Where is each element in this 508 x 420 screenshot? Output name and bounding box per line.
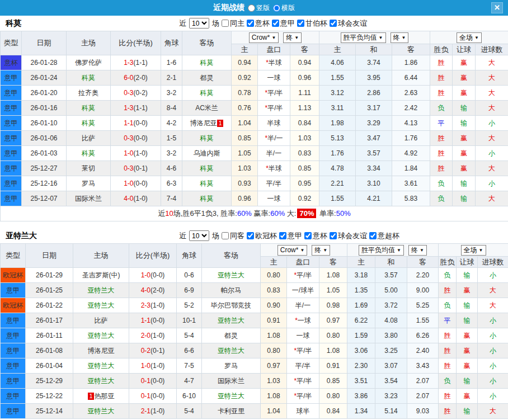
cell-result: 负 xyxy=(430,101,453,116)
cell-avg-home: 3.18 xyxy=(347,268,375,283)
dropdown-button[interactable]: 全场▼ xyxy=(457,32,482,43)
team-cell-name: 科莫 xyxy=(200,59,214,67)
cell-score: 0-1(0-0) xyxy=(129,389,177,404)
cell-corners: 8-4 xyxy=(161,101,182,116)
cell-handicap: 平/半 xyxy=(258,176,290,191)
league-filter-option[interactable]: 意甲 xyxy=(271,18,295,29)
cell-result: 胜 xyxy=(439,283,457,298)
dropdown-button[interactable]: 胜平负均值▼ xyxy=(341,32,386,43)
handicap-text: 平/半 xyxy=(297,347,312,355)
filter-games-label: 场 xyxy=(212,231,219,241)
cell-avg-home: 1.55 xyxy=(319,70,356,86)
cell-away-team: 卡利亚里 xyxy=(202,404,261,419)
cell-handicap: *半/一 xyxy=(258,131,290,146)
cell-odds-away: 0.80 xyxy=(319,328,347,343)
full-time-score: 1-0 xyxy=(141,362,150,370)
half-time-score: (1-0) xyxy=(150,362,164,370)
dropdown-label: 全场 xyxy=(464,246,477,254)
horizontal-layout-radio[interactable] xyxy=(273,4,280,12)
layout-option-horizontal[interactable]: 横版 xyxy=(273,3,295,13)
league-filter-option[interactable]: 欧冠杯 xyxy=(246,231,277,241)
cell-handicap-result: 输 xyxy=(457,298,478,313)
half-time-score: (0-0) xyxy=(150,317,164,324)
league-filter-checkbox[interactable] xyxy=(279,232,286,239)
league-filter-option[interactable]: 球会友谊 xyxy=(329,18,367,29)
dropdown-button[interactable]: 终▼ xyxy=(408,245,427,256)
filter-games-label: 场 xyxy=(212,18,219,29)
cell-odds-home: 0.97 xyxy=(261,358,287,374)
league-badge: 欧冠杯 xyxy=(1,268,26,283)
team-cell-name: 亚特兰大 xyxy=(88,301,115,309)
dropdown-button[interactable]: 全场▼ xyxy=(461,245,486,256)
same-venue-checkbox[interactable] xyxy=(222,232,229,239)
team-cell-name: 科莫 xyxy=(82,104,95,112)
league-badge: 意甲 xyxy=(1,389,26,404)
team-cell-name: 科莫 xyxy=(82,149,95,157)
cell-score: 2-3(1-0) xyxy=(129,298,177,313)
match-count-select[interactable]: 10 xyxy=(189,230,209,241)
cell-goals-result: 小 xyxy=(478,313,508,328)
layout-option-vertical[interactable]: 竖版 xyxy=(248,3,270,13)
team-cell-name: 科莫 xyxy=(200,164,214,172)
dropdown-button[interactable]: 终▼ xyxy=(391,32,409,43)
half-time-score: (1-0) xyxy=(150,332,164,339)
match-row: 意甲25-12-221热那亚0-1(0-0)6-10亚特兰大1.08*平/半0.… xyxy=(1,389,508,404)
dropdown-button[interactable]: 胜平负均值▼ xyxy=(359,245,404,256)
cell-avg-away: 1.86 xyxy=(392,55,430,70)
rank-badge: 1 xyxy=(88,393,93,400)
cell-home-team: 亚特兰大 xyxy=(73,374,129,389)
match-count-select[interactable]: 10 xyxy=(189,18,209,29)
dropdown-button[interactable]: 终▼ xyxy=(283,32,302,43)
dropdown-button[interactable]: Crow*▼ xyxy=(249,32,279,43)
cell-odds-away: 1.08 xyxy=(319,268,347,283)
team-cell-name: 国际米兰 xyxy=(75,195,102,202)
league-filter-label: 意杯 xyxy=(255,18,270,29)
cell-away-team: 都灵 xyxy=(182,70,232,86)
summary-segment: 60% xyxy=(270,209,285,218)
filter-near-label: 近 xyxy=(179,231,186,241)
dropdown-button[interactable]: 终▼ xyxy=(312,245,330,256)
cell-goals-result: 小 xyxy=(478,343,508,358)
cell-avg-draw: 2.86 xyxy=(356,86,392,101)
league-filter-checkbox[interactable] xyxy=(330,20,337,27)
league-filter-checkbox[interactable] xyxy=(297,20,304,27)
cell-away-team: 国际米兰 xyxy=(202,374,261,389)
league-badge: 意甲 xyxy=(1,283,26,298)
same-venue-option[interactable]: 同主 xyxy=(221,18,244,29)
column-header: 客场 xyxy=(182,31,232,55)
league-badge: 意甲 xyxy=(1,116,22,131)
full-time-score: 1-1 xyxy=(124,119,133,127)
cell-odds-away: 0.85 xyxy=(290,161,319,176)
full-time-score: 0-3 xyxy=(124,164,133,172)
league-filter-checkbox[interactable] xyxy=(369,232,377,239)
league-filter-checkbox[interactable] xyxy=(272,20,279,27)
league-filter-checkbox[interactable] xyxy=(304,232,312,239)
dropdown-button[interactable]: Crow*▼ xyxy=(277,245,308,256)
league-filter-checkbox[interactable] xyxy=(247,232,254,239)
vertical-layout-radio[interactable] xyxy=(248,4,255,12)
league-filter-option[interactable]: 意杯 xyxy=(246,18,270,29)
cell-odds-home: 0.78 xyxy=(232,86,258,101)
cell-away-team: AC米兰 xyxy=(182,101,232,116)
league-filter-option[interactable]: 意超杯 xyxy=(369,231,399,241)
same-venue-option[interactable]: 同客 xyxy=(221,231,244,241)
league-filter-option[interactable]: 意杯 xyxy=(304,231,327,241)
close-icon[interactable]: ✕ xyxy=(491,2,503,13)
column-header: 客场 xyxy=(202,244,261,268)
cell-avg-home: 1.69 xyxy=(347,298,375,313)
same-venue-checkbox[interactable] xyxy=(222,20,229,27)
sub-column-header: 客 xyxy=(407,257,439,268)
cell-goals-result: 大 xyxy=(476,55,508,70)
cell-corners: 5-4 xyxy=(177,328,202,343)
league-filter-checkbox[interactable] xyxy=(330,232,337,239)
half-time-score: (0-0) xyxy=(134,180,148,187)
league-filter-option[interactable]: 球会友谊 xyxy=(329,231,367,241)
cell-odds-home: 1.08 xyxy=(261,389,287,404)
league-filter-option[interactable]: 意甲 xyxy=(279,231,302,241)
league-filter-checkbox[interactable] xyxy=(247,20,254,27)
dropdown-label: 终 xyxy=(393,34,400,42)
league-badge: 意甲 xyxy=(1,328,26,343)
league-filter-option[interactable]: 甘伯杯 xyxy=(297,18,327,29)
team-cell-name: 亚特兰大 xyxy=(218,317,244,324)
cell-result: 胜 xyxy=(439,343,457,358)
